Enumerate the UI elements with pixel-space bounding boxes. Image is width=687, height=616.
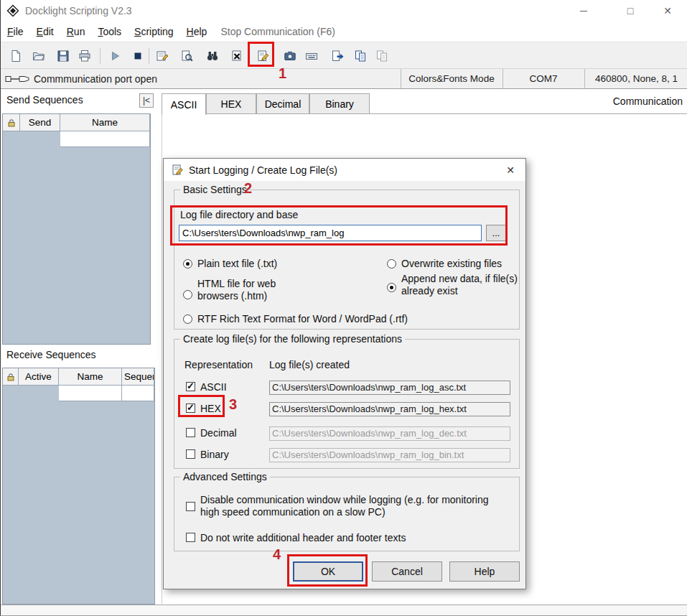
help-button[interactable]: Help [449,561,520,582]
send-sequences-panel: Send Name [2,113,151,345]
start-logging-icon[interactable] [253,47,272,65]
radio-append[interactable] [387,283,396,292]
checkbox-binary-label: Binary [200,449,229,461]
edit-sequences-icon[interactable] [153,47,172,65]
basic-settings-label: Basic Settings [180,184,250,195]
save-project-icon[interactable] [54,47,73,65]
checkbox-disable-comm-window-label: Disable communication window while loggi… [200,494,502,518]
send-sequence-name-cell[interactable] [60,131,150,147]
toolbar-separator [100,48,101,64]
checkbox-no-header-footer-label: Do not write additional header and foote… [200,532,502,544]
radio-append-label: Append new data, if file(s) already exis… [401,273,520,297]
minimize-button[interactable]: ─ [567,0,600,22]
stop-communication-icon[interactable] [128,47,147,65]
send-table-header: Send Name [3,114,150,131]
com-port-segment[interactable]: COM7 [503,69,584,88]
checkbox-ascii[interactable] [186,382,195,391]
docklight-logo-icon [6,4,19,17]
collapse-send-panel-button[interactable]: |< [139,93,154,108]
log-dir-label: Log file directory and base [180,209,298,220]
status-bar: Commmunication port open Colors&Fonts Mo… [1,69,687,89]
radio-overwrite[interactable] [387,259,396,269]
copy-icon[interactable] [351,47,370,65]
snapshot-icon[interactable] [281,47,299,65]
open-project-icon[interactable] [29,47,48,65]
menu-help[interactable]: Help [180,26,214,37]
menu-bar: File Edit Run Tools Scripting Help Stop … [1,22,687,42]
close-button[interactable]: ✕ [651,0,684,22]
clear-communication-window-icon[interactable] [228,47,246,65]
find-sequence-icon[interactable] [177,47,196,65]
radio-plain-text[interactable] [183,259,192,269]
checkbox-decimal[interactable] [186,428,195,437]
serial-connector-icon [5,72,31,88]
port-status: Commmunication port open [34,69,157,88]
print-icon[interactable] [75,47,94,65]
checkbox-disable-comm-window[interactable] [186,502,195,511]
dialog-title: Start Logging / Create Log File(s) [189,164,337,176]
send-file-icon[interactable] [328,47,347,65]
window-title: Docklight Scripting V2.3 [25,5,132,17]
checkbox-binary[interactable] [186,449,195,459]
dialog-title-bar: Start Logging / Create Log File(s) ✕ [164,159,525,181]
dialog-body: Basic Settings Log file directory and ba… [164,181,525,589]
cancel-button[interactable]: Cancel [372,561,442,582]
log-dir-input[interactable] [179,225,482,241]
ok-button[interactable]: OK [293,561,363,582]
receive-input-row [3,386,154,401]
representations-label: Create log file(s) for the following rep… [180,333,405,345]
binary-log-path: C:\Users\ters\Downloads\nwp_ram_log_bin.… [269,448,510,462]
copy-secondary-icon[interactable] [373,47,391,65]
menu-stop-communication[interactable]: Stop Communication (F6) [213,26,342,37]
radio-html-label: HTML file for web browsers (.htm) [197,278,305,302]
dialog-close-button[interactable]: ✕ [495,159,525,181]
send-sequences-title: Send Sequences [6,94,83,106]
tab-hex[interactable]: HEX [206,93,256,113]
radio-overwrite-label: Overwrite existing files [401,258,502,270]
send-column-header: Send [20,114,60,131]
checkbox-hex-label: HEX [200,403,221,415]
find-icon[interactable] [203,47,222,65]
checkbox-hex[interactable] [186,403,195,413]
receive-sequence-name-cell[interactable] [59,386,122,401]
new-project-icon[interactable] [6,47,25,65]
radio-rtf[interactable] [183,314,192,324]
tab-decimal[interactable]: Decimal [256,93,309,113]
docklight-window: Docklight Scripting V2.3 ─ □ ✕ File Edit… [0,0,687,616]
radio-plain-text-label: Plain text file (.txt) [197,258,277,270]
advanced-settings-group: Advanced Settings Disable communication … [174,477,520,551]
maximize-button[interactable]: □ [614,0,647,22]
com-params-segment[interactable]: 460800, None, 8, 1 [584,69,687,88]
keyboard-console-icon[interactable] [302,47,321,65]
colors-fonts-mode-segment[interactable]: Colors&Fonts Mode [401,69,502,88]
receive-table-header: Active Name Sequence [3,368,154,386]
browse-button[interactable]: ... [486,225,506,241]
representation-column-header: Representation [184,359,253,370]
checkbox-no-header-footer[interactable] [186,533,195,542]
menu-scripting[interactable]: Scripting [128,26,179,37]
receive-sequences-panel: Active Name Sequence [2,368,155,605]
lock-icon [3,368,19,386]
receive-sequences-title: Receive Sequences [6,349,96,360]
tab-ascii[interactable]: ASCII [162,93,206,115]
name-column-header: Name [59,368,122,386]
menu-run[interactable]: Run [60,26,92,37]
start-logging-dialog: Start Logging / Create Log File(s) ✕ Bas… [163,158,526,589]
toolbar [1,42,687,69]
radio-html[interactable] [183,290,192,299]
basic-settings-group: Basic Settings Log file directory and ba… [174,190,520,330]
receive-sequence-value-cell[interactable] [122,386,154,401]
sequence-column-header: Sequence [122,368,154,386]
menu-tools[interactable]: Tools [91,26,128,37]
menu-file[interactable]: File [1,26,30,37]
run-script-icon[interactable] [106,47,124,65]
tab-binary[interactable]: Binary [309,93,370,113]
checkbox-ascii-label: ASCII [200,381,227,393]
menu-edit[interactable]: Edit [30,26,60,37]
tab-divider [162,113,687,114]
decimal-log-path: C:\Users\ters\Downloads\nwp_ram_log_dec.… [269,426,510,441]
representations-group: Create log file(s) for the following rep… [174,339,520,469]
start-logging-dialog-icon [171,164,184,177]
advanced-settings-label: Advanced Settings [180,471,270,482]
checkbox-decimal-label: Decimal [200,427,237,439]
